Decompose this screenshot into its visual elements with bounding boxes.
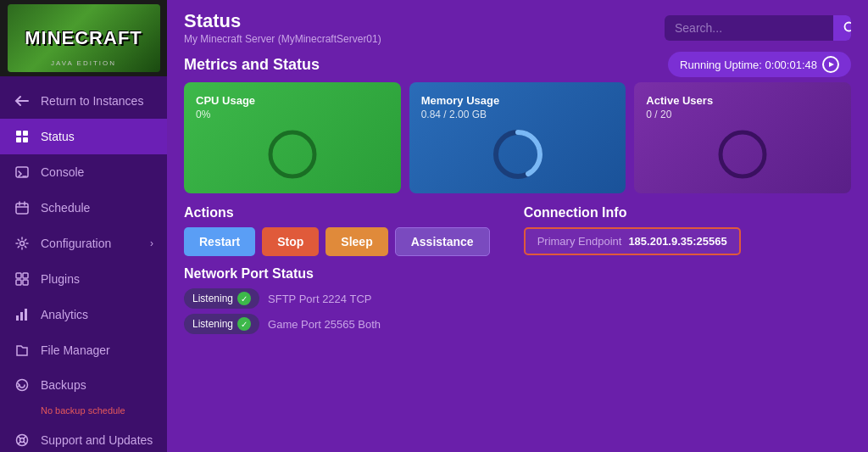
sidebar-logo: MINECRAFT JAVA EDITION bbox=[0, 0, 167, 76]
minecraft-logo-sub: JAVA EDITION bbox=[51, 59, 116, 67]
game-port-info: Game Port 25565 Both bbox=[268, 318, 381, 331]
search-button[interactable] bbox=[833, 15, 851, 41]
metrics-header-row: Metrics and Status Running Uptime: 0:00:… bbox=[167, 52, 868, 82]
page-title: Status bbox=[184, 10, 381, 32]
sidebar: MINECRAFT JAVA EDITION Return to Instanc… bbox=[0, 0, 167, 452]
sleep-button[interactable]: Sleep bbox=[326, 227, 387, 256]
sidebar-item-label: Status bbox=[41, 130, 75, 143]
stop-button[interactable]: Stop bbox=[262, 227, 319, 256]
uptime-play-icon bbox=[822, 56, 839, 73]
active-users-card: Active Users 0 / 20 bbox=[634, 82, 851, 193]
uptime-badge: Running Uptime: 0:00:01:48 bbox=[668, 52, 851, 77]
sidebar-item-backups[interactable]: Backups No backup schedule bbox=[0, 368, 167, 422]
cpu-label: CPU Usage bbox=[196, 94, 255, 107]
endpoint-label: Primary Endpoint bbox=[537, 235, 622, 248]
backups-icon bbox=[14, 377, 31, 393]
sidebar-item-schedule[interactable]: Schedule bbox=[0, 190, 167, 226]
sftp-port-info: SFTP Port 2224 TCP bbox=[268, 293, 371, 305]
users-value: 0 / 20 bbox=[646, 109, 671, 120]
port-row-game: Listening ✓ Game Port 25565 Both bbox=[184, 314, 851, 334]
cpu-usage-card: CPU Usage 0% bbox=[184, 82, 401, 193]
analytics-icon bbox=[14, 306, 31, 323]
svg-rect-13 bbox=[25, 309, 27, 321]
metrics-section-title: Metrics and Status bbox=[184, 56, 320, 74]
support-icon bbox=[14, 432, 31, 449]
svg-point-24 bbox=[721, 132, 765, 176]
memory-value: 0.84 / 2.00 GB bbox=[421, 109, 487, 120]
sidebar-item-status[interactable]: Status bbox=[0, 119, 167, 154]
sidebar-item-label: Return to Instances bbox=[41, 94, 143, 108]
uptime-text: Running Uptime: 0:00:01:48 bbox=[680, 59, 817, 71]
listening-label-game: Listening bbox=[192, 318, 233, 330]
actions-buttons: Restart Stop Sleep Assistance bbox=[184, 227, 490, 256]
svg-point-6 bbox=[20, 242, 25, 246]
port-row-sftp: Listening ✓ SFTP Port 2224 TCP bbox=[184, 288, 851, 309]
cpu-value: 0% bbox=[196, 109, 210, 120]
backups-nav-row: Backups bbox=[14, 377, 153, 393]
check-icon-sftp: ✓ bbox=[237, 292, 251, 305]
memory-circle-wrap bbox=[421, 127, 615, 181]
restart-button[interactable]: Restart bbox=[184, 227, 255, 256]
users-circle-wrap bbox=[646, 127, 839, 181]
svg-rect-1 bbox=[23, 131, 28, 136]
chevron-right-icon: › bbox=[150, 237, 153, 249]
actions-title: Actions bbox=[184, 205, 490, 220]
connection-section: Connection Info Primary Endpoint 185.201… bbox=[524, 205, 741, 255]
page-subtitle: My Minecraft Server (MyMinecraftServer01… bbox=[184, 33, 381, 45]
check-icon-game: ✓ bbox=[237, 317, 251, 331]
svg-marker-18 bbox=[829, 62, 834, 67]
sidebar-item-label: Configuration bbox=[41, 237, 111, 250]
svg-rect-12 bbox=[20, 312, 23, 321]
sidebar-item-return-to-instances[interactable]: Return to Instances bbox=[0, 83, 167, 119]
svg-rect-5 bbox=[16, 204, 28, 214]
sidebar-item-support-updates[interactable]: Support and Updates bbox=[0, 422, 167, 452]
listening-badge-game: Listening ✓ bbox=[184, 314, 259, 334]
backups-label: Backups bbox=[41, 378, 86, 392]
connection-title: Connection Info bbox=[524, 205, 741, 220]
listening-badge-sftp: Listening ✓ bbox=[184, 288, 259, 309]
search-input[interactable] bbox=[665, 15, 833, 41]
minecraft-logo-text: MINECRAFT bbox=[25, 27, 142, 49]
cpu-circle-wrap bbox=[196, 127, 389, 181]
svg-rect-10 bbox=[23, 280, 28, 285]
actions-section: Actions Restart Stop Sleep Assistance bbox=[184, 205, 490, 256]
memory-usage-card: Memory Usage 0.84 / 2.00 GB bbox=[409, 82, 626, 193]
search-bar bbox=[665, 15, 851, 41]
sidebar-item-label: Plugins bbox=[41, 272, 80, 286]
endpoint-box: Primary Endpoint 185.201.9.35:25565 bbox=[524, 227, 741, 255]
svg-rect-0 bbox=[16, 131, 21, 136]
main-content: Status My Minecraft Server (MyMinecraftS… bbox=[167, 0, 868, 452]
sidebar-item-label: File Manager bbox=[41, 343, 110, 357]
svg-rect-11 bbox=[16, 315, 19, 321]
svg-point-19 bbox=[270, 132, 314, 176]
header-title-group: Status My Minecraft Server (MyMinecraftS… bbox=[184, 10, 381, 45]
assistance-button[interactable]: Assistance bbox=[395, 227, 490, 256]
actions-connection-row: Actions Restart Stop Sleep Assistance Co… bbox=[167, 202, 868, 263]
svg-rect-2 bbox=[16, 137, 21, 142]
sidebar-navigation: Return to Instances Status bbox=[0, 76, 167, 452]
plugins-icon bbox=[14, 271, 31, 287]
listening-label-sftp: Listening bbox=[192, 293, 233, 304]
sidebar-item-label: Console bbox=[41, 165, 84, 179]
svg-point-14 bbox=[17, 380, 28, 391]
sidebar-item-console[interactable]: Console bbox=[0, 154, 167, 190]
svg-point-17 bbox=[845, 22, 852, 31]
svg-rect-9 bbox=[16, 280, 21, 285]
backup-sub-label: No backup schedule bbox=[41, 405, 125, 416]
file-manager-icon bbox=[14, 342, 31, 359]
configuration-icon bbox=[14, 235, 31, 252]
status-icon bbox=[14, 128, 31, 145]
sidebar-item-analytics[interactable]: Analytics bbox=[0, 297, 167, 332]
svg-rect-7 bbox=[16, 273, 21, 278]
sidebar-item-file-manager[interactable]: File Manager bbox=[0, 332, 167, 368]
network-port-section: Network Port Status Listening ✓ SFTP Por… bbox=[167, 263, 868, 346]
users-label: Active Users bbox=[646, 94, 713, 107]
sidebar-item-configuration[interactable]: Configuration › bbox=[0, 226, 167, 261]
sidebar-item-plugins[interactable]: Plugins bbox=[0, 261, 167, 297]
minecraft-logo: MINECRAFT JAVA EDITION bbox=[8, 4, 160, 72]
svg-rect-8 bbox=[23, 273, 28, 278]
schedule-icon bbox=[14, 199, 31, 216]
svg-point-26 bbox=[740, 138, 745, 143]
sidebar-item-label: Schedule bbox=[41, 201, 90, 215]
metrics-cards: CPU Usage 0% Memory Usage 0.84 / 2.00 GB bbox=[167, 82, 868, 202]
